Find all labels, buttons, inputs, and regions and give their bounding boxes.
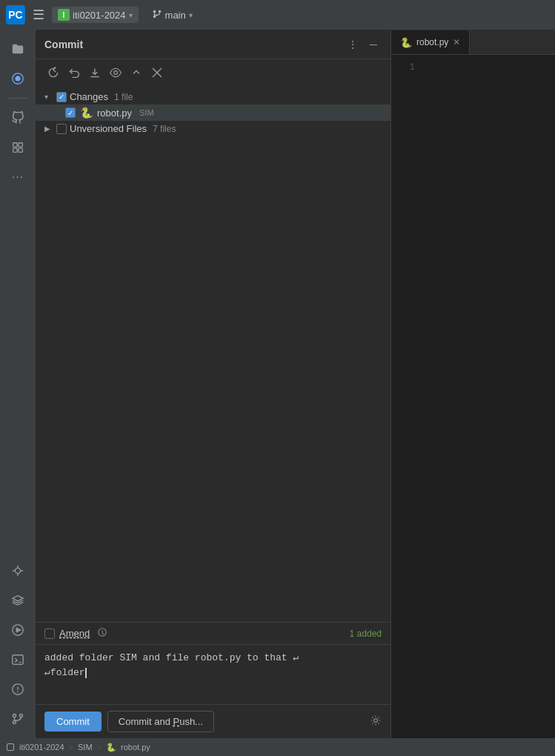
project-selector[interactable]: I iti0201-2024 ▾ (52, 7, 139, 23)
amend-checkbox[interactable] (44, 629, 55, 639)
svg-point-17 (19, 714, 22, 717)
editor-tab-robot-py[interactable]: 🐍 robot.py ✕ (391, 30, 470, 54)
unversioned-checkbox[interactable] (56, 124, 67, 134)
unversioned-count: 7 files (153, 124, 176, 134)
changes-group-header[interactable]: ▾ ✓ Changes 1 file (36, 89, 391, 105)
commit-footer: Amend 1 added added folder SIM and file … (36, 622, 391, 738)
status-sep-1: > (69, 743, 73, 752)
refresh-button[interactable] (44, 64, 62, 82)
amend-label: Amend (59, 628, 90, 639)
sidebar-item-branch[interactable] (4, 706, 31, 732)
sidebar-item-run[interactable] (4, 617, 31, 643)
unversioned-group: ▶ Unversioned Files 7 files (36, 121, 391, 136)
editor-panel: 🐍 robot.py ✕ 1 (391, 30, 555, 738)
panel-header: Commit ⋮ ─ (36, 30, 391, 59)
svg-marker-12 (16, 628, 20, 631)
sidebar-item-debug[interactable] (4, 557, 31, 584)
svg-rect-25 (7, 744, 14, 751)
status-python-icon: 🐍 (106, 743, 116, 752)
svg-point-0 (153, 10, 156, 13)
branch-name: main (165, 10, 186, 21)
topbar: PC ☰ I iti0201-2024 ▾ main ▾ (0, 0, 555, 30)
commit-push-button[interactable]: Commit and Push... (107, 711, 214, 732)
unversioned-group-header[interactable]: ▶ Unversioned Files 7 files (36, 121, 391, 136)
sidebar-item-more[interactable]: ··· (4, 164, 31, 190)
svg-rect-9 (19, 148, 22, 152)
commit-panel: Commit ⋮ ─ (36, 30, 391, 738)
file-tag-sim: SIM (139, 108, 154, 117)
panel-more-button[interactable]: ⋮ (345, 36, 361, 53)
status-folder-name[interactable]: SIM (78, 743, 93, 752)
svg-point-1 (158, 10, 161, 13)
sidebar-item-git[interactable] (4, 105, 31, 131)
svg-rect-8 (13, 148, 17, 152)
status-bar: iti0201-2024 > SIM > 🐍 robot.py (0, 738, 555, 756)
branch-selector[interactable]: main ▾ (146, 7, 199, 24)
panel-actions: ⋮ ─ (345, 36, 382, 53)
action-bar: Commit Commit and Push... (36, 704, 391, 738)
svg-point-5 (15, 76, 20, 81)
eye-button[interactable] (107, 64, 124, 82)
changes-chevron-icon: ▾ (44, 93, 53, 101)
status-file-name[interactable]: robot.py (121, 743, 150, 752)
menu-icon[interactable]: ☰ (33, 7, 44, 23)
commit-button[interactable]: Commit (44, 712, 102, 732)
unversioned-chevron-icon: ▶ (44, 125, 53, 133)
project-chevron-icon: ▾ (129, 11, 133, 19)
editor-content: 1 (391, 55, 555, 738)
status-project-name[interactable]: iti0201-2024 (19, 743, 64, 752)
amend-count: 1 added (350, 629, 382, 639)
amend-bar: Amend 1 added (36, 623, 391, 645)
file-tree: ▾ ✓ Changes 1 file ✓ 🐍 robot.py SIM ▶ (36, 86, 391, 622)
status-sep-2: > (97, 743, 102, 752)
sidebar-item-folder[interactable] (4, 36, 31, 62)
svg-rect-13 (13, 655, 23, 665)
close-toolbar-button[interactable] (148, 64, 166, 82)
tab-name-robot-py: robot.py (416, 37, 448, 47)
commit-message-area[interactable]: added folder SIM and file robot.py to th… (36, 645, 391, 704)
svg-point-10 (15, 568, 20, 573)
toolbar (36, 59, 391, 86)
tab-python-icon: 🐍 (400, 37, 412, 48)
project-icon: I (58, 9, 70, 21)
app-logo: PC (6, 5, 25, 24)
svg-rect-6 (13, 143, 17, 147)
svg-point-16 (13, 714, 16, 717)
file-checkbox-robot-py[interactable]: ✓ (65, 107, 76, 118)
activity-bar: ··· (0, 30, 36, 738)
svg-point-20 (114, 71, 118, 75)
changes-count: 1 file (114, 92, 133, 102)
commit-message-text[interactable]: added folder SIM and file robot.py to th… (44, 651, 382, 680)
changes-label: Changes (70, 91, 108, 102)
settings-icon[interactable] (370, 714, 382, 729)
sidebar-item-problems[interactable] (4, 676, 31, 703)
editor-text[interactable] (421, 55, 555, 738)
up-button[interactable] (127, 64, 145, 82)
python-file-icon: 🐍 (80, 107, 93, 119)
sidebar-item-vcs[interactable] (4, 65, 31, 92)
branch-chevron-icon: ▾ (189, 11, 193, 19)
branch-icon (152, 9, 162, 21)
file-name-robot-py: robot.py (97, 107, 132, 119)
changes-checkbox[interactable]: ✓ (56, 92, 67, 102)
sidebar-item-layers[interactable] (4, 587, 31, 614)
activity-divider (7, 98, 28, 99)
commit-push-label: Commit and Push... (119, 716, 203, 727)
sidebar-item-plugins[interactable] (4, 134, 31, 161)
tab-close-button[interactable]: ✕ (453, 37, 460, 47)
amend-history-icon[interactable] (97, 627, 107, 640)
download-button[interactable] (86, 64, 104, 82)
project-name: iti0201-2024 (73, 10, 126, 21)
line-numbers: 1 (391, 55, 421, 738)
svg-point-15 (18, 692, 19, 692)
amend-underline-label: Amend (59, 628, 90, 639)
editor-tabs: 🐍 robot.py ✕ (391, 30, 555, 55)
changes-group: ▾ ✓ Changes 1 file ✓ 🐍 robot.py SIM (36, 89, 391, 121)
undo-button[interactable] (65, 64, 83, 82)
line-number-1: 1 (391, 61, 415, 74)
file-robot-py[interactable]: ✓ 🐍 robot.py SIM (36, 105, 391, 121)
sidebar-item-terminal[interactable] (4, 646, 31, 673)
panel-title: Commit (44, 39, 345, 50)
panel-minimize-button[interactable]: ─ (365, 36, 382, 53)
main-layout: ··· (0, 30, 555, 738)
